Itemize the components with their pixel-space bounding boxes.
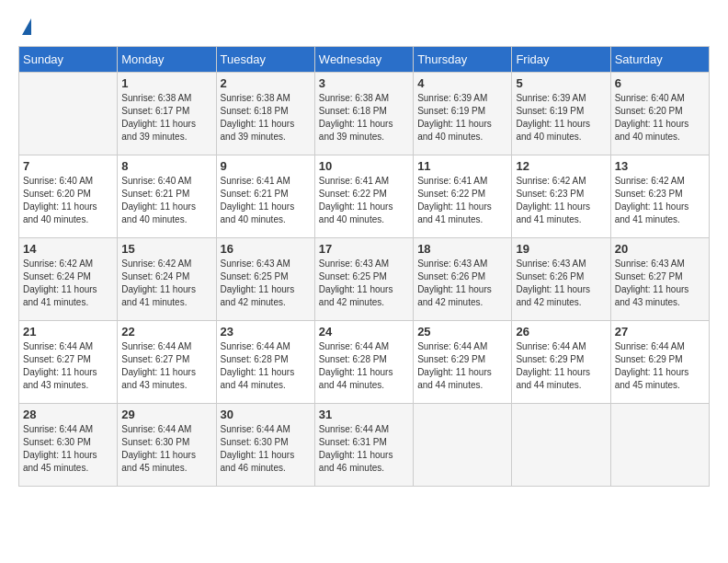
calendar-cell: 17Sunrise: 6:43 AMSunset: 6:25 PMDayligh… bbox=[314, 238, 413, 321]
day-info: Sunrise: 6:42 AMSunset: 6:23 PMDaylight:… bbox=[516, 175, 606, 226]
week-row-1: 1Sunrise: 6:38 AMSunset: 6:17 PMDaylight… bbox=[19, 73, 710, 155]
calendar-cell: 3Sunrise: 6:38 AMSunset: 6:18 PMDaylight… bbox=[314, 73, 413, 155]
day-number: 6 bbox=[615, 76, 705, 90]
day-number: 25 bbox=[417, 325, 507, 339]
calendar-cell: 23Sunrise: 6:44 AMSunset: 6:28 PMDayligh… bbox=[216, 321, 314, 404]
day-number: 1 bbox=[121, 76, 211, 90]
day-number: 29 bbox=[121, 408, 211, 421]
day-number: 3 bbox=[319, 76, 409, 90]
day-info: Sunrise: 6:44 AMSunset: 6:28 PMDaylight:… bbox=[221, 340, 311, 392]
day-info: Sunrise: 6:40 AMSunset: 6:21 PMDaylight:… bbox=[121, 175, 211, 226]
day-info: Sunrise: 6:42 AMSunset: 6:24 PMDaylight:… bbox=[23, 258, 113, 309]
day-info: Sunrise: 6:43 AMSunset: 6:26 PMDaylight:… bbox=[417, 258, 507, 309]
day-info: Sunrise: 6:44 AMSunset: 6:29 PMDaylight:… bbox=[516, 340, 606, 392]
day-number: 24 bbox=[319, 325, 409, 339]
col-header-tuesday: Tuesday bbox=[216, 47, 314, 73]
day-info: Sunrise: 6:43 AMSunset: 6:27 PMDaylight:… bbox=[615, 258, 705, 309]
page-header bbox=[18, 18, 710, 37]
day-number: 13 bbox=[615, 159, 705, 173]
day-number: 21 bbox=[23, 325, 113, 339]
day-info: Sunrise: 6:44 AMSunset: 6:30 PMDaylight:… bbox=[221, 423, 311, 475]
day-info: Sunrise: 6:38 AMSunset: 6:18 PMDaylight:… bbox=[319, 92, 409, 144]
day-info: Sunrise: 6:44 AMSunset: 6:30 PMDaylight:… bbox=[23, 423, 113, 475]
day-info: Sunrise: 6:44 AMSunset: 6:31 PMDaylight:… bbox=[319, 423, 409, 475]
day-number: 2 bbox=[221, 76, 311, 90]
day-number: 16 bbox=[221, 242, 311, 256]
calendar-header-row: SundayMondayTuesdayWednesdayThursdayFrid… bbox=[19, 47, 710, 73]
calendar-cell: 26Sunrise: 6:44 AMSunset: 6:29 PMDayligh… bbox=[512, 321, 610, 404]
day-info: Sunrise: 6:43 AMSunset: 6:25 PMDaylight:… bbox=[221, 258, 311, 309]
day-info: Sunrise: 6:40 AMSunset: 6:20 PMDaylight:… bbox=[615, 92, 705, 144]
col-header-monday: Monday bbox=[118, 47, 216, 73]
calendar-cell: 7Sunrise: 6:40 AMSunset: 6:20 PMDaylight… bbox=[19, 155, 118, 238]
day-info: Sunrise: 6:41 AMSunset: 6:21 PMDaylight:… bbox=[221, 175, 311, 226]
calendar-cell: 13Sunrise: 6:42 AMSunset: 6:23 PMDayligh… bbox=[610, 155, 709, 238]
day-number: 23 bbox=[221, 325, 311, 339]
day-info: Sunrise: 6:40 AMSunset: 6:20 PMDaylight:… bbox=[23, 175, 113, 226]
calendar-cell: 29Sunrise: 6:44 AMSunset: 6:30 PMDayligh… bbox=[118, 404, 216, 487]
day-info: Sunrise: 6:38 AMSunset: 6:18 PMDaylight:… bbox=[221, 92, 311, 144]
calendar-cell: 1Sunrise: 6:38 AMSunset: 6:17 PMDaylight… bbox=[118, 73, 216, 155]
day-info: Sunrise: 6:43 AMSunset: 6:26 PMDaylight:… bbox=[516, 258, 606, 309]
day-info: Sunrise: 6:44 AMSunset: 6:27 PMDaylight:… bbox=[23, 340, 113, 392]
day-number: 10 bbox=[319, 159, 409, 173]
col-header-thursday: Thursday bbox=[414, 47, 512, 73]
day-number: 28 bbox=[23, 408, 113, 421]
calendar-cell: 15Sunrise: 6:42 AMSunset: 6:24 PMDayligh… bbox=[118, 238, 216, 321]
calendar-table: SundayMondayTuesdayWednesdayThursdayFrid… bbox=[18, 46, 710, 487]
day-number: 22 bbox=[121, 325, 211, 339]
col-header-sunday: Sunday bbox=[19, 47, 118, 73]
calendar-cell: 21Sunrise: 6:44 AMSunset: 6:27 PMDayligh… bbox=[19, 321, 118, 404]
calendar-cell: 31Sunrise: 6:44 AMSunset: 6:31 PMDayligh… bbox=[314, 404, 413, 487]
day-info: Sunrise: 6:41 AMSunset: 6:22 PMDaylight:… bbox=[417, 175, 507, 226]
week-row-2: 7Sunrise: 6:40 AMSunset: 6:20 PMDaylight… bbox=[19, 155, 710, 238]
calendar-cell: 14Sunrise: 6:42 AMSunset: 6:24 PMDayligh… bbox=[19, 238, 118, 321]
day-number: 30 bbox=[221, 408, 311, 421]
day-number: 27 bbox=[615, 325, 705, 339]
calendar-cell bbox=[512, 404, 610, 487]
day-number: 26 bbox=[516, 325, 606, 339]
col-header-saturday: Saturday bbox=[610, 47, 709, 73]
calendar-cell: 11Sunrise: 6:41 AMSunset: 6:22 PMDayligh… bbox=[414, 155, 512, 238]
day-info: Sunrise: 6:39 AMSunset: 6:19 PMDaylight:… bbox=[516, 92, 606, 144]
week-row-4: 21Sunrise: 6:44 AMSunset: 6:27 PMDayligh… bbox=[19, 321, 710, 404]
calendar-cell: 2Sunrise: 6:38 AMSunset: 6:18 PMDaylight… bbox=[216, 73, 314, 155]
day-info: Sunrise: 6:39 AMSunset: 6:19 PMDaylight:… bbox=[417, 92, 507, 144]
day-number: 8 bbox=[121, 159, 211, 173]
calendar-cell: 16Sunrise: 6:43 AMSunset: 6:25 PMDayligh… bbox=[216, 238, 314, 321]
calendar-cell: 18Sunrise: 6:43 AMSunset: 6:26 PMDayligh… bbox=[414, 238, 512, 321]
week-row-3: 14Sunrise: 6:42 AMSunset: 6:24 PMDayligh… bbox=[19, 238, 710, 321]
col-header-friday: Friday bbox=[512, 47, 610, 73]
calendar-cell: 4Sunrise: 6:39 AMSunset: 6:19 PMDaylight… bbox=[414, 73, 512, 155]
calendar-cell: 19Sunrise: 6:43 AMSunset: 6:26 PMDayligh… bbox=[512, 238, 610, 321]
day-number: 9 bbox=[221, 159, 311, 173]
day-info: Sunrise: 6:43 AMSunset: 6:25 PMDaylight:… bbox=[319, 258, 409, 309]
calendar-cell: 22Sunrise: 6:44 AMSunset: 6:27 PMDayligh… bbox=[118, 321, 216, 404]
day-number: 12 bbox=[516, 159, 606, 173]
day-number: 7 bbox=[23, 159, 113, 173]
week-row-5: 28Sunrise: 6:44 AMSunset: 6:30 PMDayligh… bbox=[19, 404, 710, 487]
day-number: 4 bbox=[417, 76, 507, 90]
calendar-cell: 20Sunrise: 6:43 AMSunset: 6:27 PMDayligh… bbox=[610, 238, 709, 321]
day-info: Sunrise: 6:44 AMSunset: 6:30 PMDaylight:… bbox=[121, 423, 211, 475]
calendar-cell: 28Sunrise: 6:44 AMSunset: 6:30 PMDayligh… bbox=[19, 404, 118, 487]
day-number: 14 bbox=[23, 242, 113, 256]
calendar-cell: 24Sunrise: 6:44 AMSunset: 6:28 PMDayligh… bbox=[314, 321, 413, 404]
day-number: 18 bbox=[417, 242, 507, 256]
calendar-cell: 25Sunrise: 6:44 AMSunset: 6:29 PMDayligh… bbox=[414, 321, 512, 404]
day-number: 15 bbox=[121, 242, 211, 256]
calendar-cell: 10Sunrise: 6:41 AMSunset: 6:22 PMDayligh… bbox=[314, 155, 413, 238]
calendar-cell: 5Sunrise: 6:39 AMSunset: 6:19 PMDaylight… bbox=[512, 73, 610, 155]
day-number: 5 bbox=[516, 76, 606, 90]
calendar-cell: 30Sunrise: 6:44 AMSunset: 6:30 PMDayligh… bbox=[216, 404, 314, 487]
calendar-cell: 27Sunrise: 6:44 AMSunset: 6:29 PMDayligh… bbox=[610, 321, 709, 404]
calendar-cell: 6Sunrise: 6:40 AMSunset: 6:20 PMDaylight… bbox=[610, 73, 709, 155]
day-info: Sunrise: 6:44 AMSunset: 6:27 PMDaylight:… bbox=[121, 340, 211, 392]
col-header-wednesday: Wednesday bbox=[314, 47, 413, 73]
day-number: 20 bbox=[615, 242, 705, 256]
day-info: Sunrise: 6:44 AMSunset: 6:29 PMDaylight:… bbox=[417, 340, 507, 392]
day-info: Sunrise: 6:38 AMSunset: 6:17 PMDaylight:… bbox=[121, 92, 211, 144]
day-number: 31 bbox=[319, 408, 409, 421]
day-number: 19 bbox=[516, 242, 606, 256]
day-number: 11 bbox=[417, 159, 507, 173]
